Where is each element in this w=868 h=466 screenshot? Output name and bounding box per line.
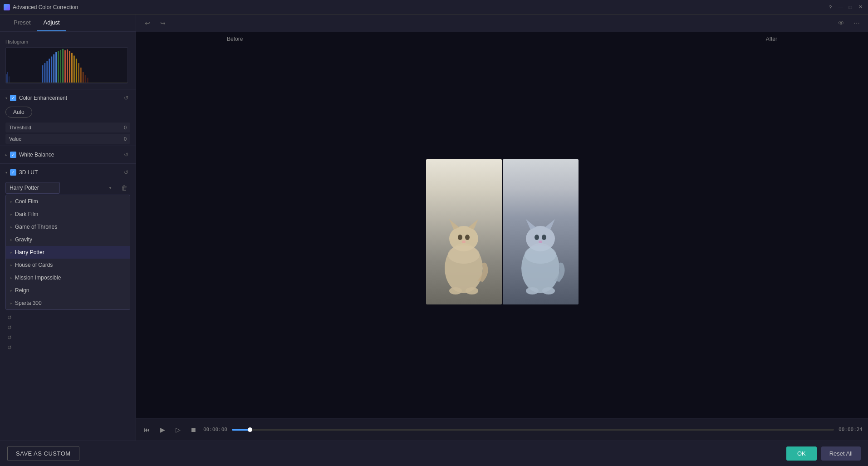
time-end: 00:00:24 [839, 427, 863, 432]
lut-delete-button[interactable]: 🗑 [118, 182, 130, 194]
after-cat-svg [513, 200, 568, 304]
ok-button[interactable]: OK [786, 446, 817, 461]
chevron-down-icon: ▾ [5, 96, 7, 100]
svg-rect-8 [53, 54, 54, 83]
app-icon [4, 4, 10, 10]
section-header-left: ▾ ✓ Color Enhancement [5, 95, 67, 101]
lut-sub-control-3: ↺ [0, 333, 136, 343]
lut-item-house-of-cards[interactable]: ▸ House of Cards [6, 259, 130, 271]
eye-button[interactable]: 👁 [835, 17, 847, 29]
lut-header[interactable]: ▾ ✓ 3D LUT ↺ [0, 166, 136, 179]
svg-rect-19 [78, 63, 79, 83]
lut-sub-control-4: ↺ [0, 343, 136, 353]
before-image [426, 159, 502, 304]
value-value: 0 [124, 136, 127, 142]
lut-item-mission-impossible[interactable]: ▸ Mission Impossible [6, 271, 130, 284]
sidebar: Preset Adjust Histogram [0, 15, 136, 441]
white-balance-label: White Balance [19, 152, 54, 158]
lut-item-cool-film[interactable]: ▸ Cool Film [6, 195, 130, 208]
threshold-label: Threshold [9, 125, 31, 130]
close-button[interactable]: ✕ [856, 3, 864, 11]
lut-dropdown-list: ▸ Cool Film ▸ Dark Film ▸ Game of Throne… [5, 195, 130, 310]
threshold-value: 0 [124, 125, 127, 130]
color-enhancement-header[interactable]: ▾ ✓ Color Enhancement ↺ [0, 91, 136, 105]
help-button[interactable]: ? [826, 3, 834, 11]
skip-back-button[interactable]: ⏮ [142, 424, 152, 435]
white-balance-reset-icon[interactable]: ↺ [122, 151, 130, 159]
title-bar-left: Advanced Color Correction [4, 4, 78, 10]
undo-button[interactable]: ↩ [142, 17, 153, 29]
lut-reset-icon[interactable]: ↺ [122, 168, 130, 177]
reset-all-button[interactable]: Reset All [821, 446, 861, 461]
lut-item-dark-film[interactable]: ▸ Dark Film [6, 208, 130, 221]
svg-rect-18 [76, 59, 77, 83]
color-enhancement-checkbox[interactable]: ✓ [10, 95, 16, 101]
auto-button[interactable]: Auto [5, 107, 32, 118]
svg-rect-12 [62, 49, 64, 83]
lut-item-sparta-300[interactable]: ▸ Sparta 300 [6, 297, 130, 309]
toolbar: ↩ ↪ 👁 ⋯ [136, 15, 868, 32]
lut-item-harry-potter[interactable]: ▸ Harry Potter [6, 246, 130, 259]
histogram-section: Histogram [0, 35, 136, 87]
lut-controls: Cool Film Dark Film Game of Thrones Grav… [0, 179, 136, 313]
svg-point-39 [535, 235, 539, 240]
lut-sub-control-2: ↺ [0, 323, 136, 333]
value-label: Value [9, 136, 21, 142]
svg-rect-3 [42, 65, 43, 83]
svg-rect-10 [58, 51, 59, 83]
color-enhancement-reset-icon[interactable]: ↺ [122, 94, 130, 102]
lut-sub-reset-3[interactable]: ↺ [5, 334, 14, 342]
play-pause-button[interactable]: ▶ [157, 424, 168, 435]
svg-rect-9 [55, 52, 57, 83]
svg-point-31 [462, 240, 466, 243]
divider-3 [0, 163, 136, 164]
svg-rect-7 [51, 57, 52, 83]
tab-adjust[interactable]: Adjust [37, 15, 66, 31]
play-button[interactable]: ▷ [172, 424, 183, 435]
timeline-handle[interactable] [248, 427, 252, 432]
timeline[interactable] [232, 429, 834, 431]
white-balance-header[interactable]: ▸ ✓ White Balance ↺ [0, 148, 136, 162]
main-layout: Preset Adjust Histogram [0, 15, 868, 441]
white-balance-checkbox[interactable]: ✓ [10, 152, 16, 158]
divider-1 [0, 89, 136, 89]
svg-point-29 [458, 235, 462, 240]
preview-labels: Before After [136, 32, 868, 46]
svg-rect-20 [80, 68, 82, 83]
svg-rect-5 [46, 61, 48, 83]
tab-preset[interactable]: Preset [7, 15, 37, 31]
stop-button[interactable]: ⏹ [188, 424, 199, 435]
value-control[interactable]: Value 0 [5, 134, 130, 144]
window-controls[interactable]: ? — □ ✕ [826, 3, 864, 11]
after-label: After [766, 36, 777, 42]
svg-point-33 [449, 287, 462, 294]
lut-checkbox[interactable]: ✓ [10, 169, 16, 176]
lut-select[interactable]: Cool Film Dark Film Game of Thrones Grav… [5, 182, 60, 194]
redo-button[interactable]: ↪ [157, 17, 169, 29]
before-cat-svg [436, 200, 491, 304]
svg-rect-21 [83, 72, 84, 83]
lut-select-wrapper[interactable]: Cool Film Dark Film Game of Thrones Grav… [5, 182, 116, 194]
divider-2 [0, 146, 136, 146]
svg-point-41 [539, 240, 542, 243]
svg-rect-2 [9, 76, 10, 83]
minimize-button[interactable]: — [836, 3, 844, 11]
lut-sub-reset-1[interactable]: ↺ [5, 314, 14, 322]
action-buttons: OK Reset All [786, 446, 861, 461]
time-start: 00:00:00 [203, 427, 227, 432]
svg-rect-17 [74, 56, 75, 83]
save-as-custom-button[interactable]: SAVE AS CUSTOM [7, 446, 79, 461]
svg-rect-0 [6, 74, 7, 83]
svg-point-42 [525, 245, 556, 264]
threshold-control[interactable]: Threshold 0 [5, 123, 130, 132]
lut-sub-reset-4[interactable]: ↺ [5, 343, 14, 352]
histogram-canvas [5, 47, 128, 83]
lut-dropdown-row: Cool Film Dark Film Game of Thrones Grav… [5, 182, 130, 194]
lut-sub-reset-2[interactable]: ↺ [5, 324, 14, 332]
lut-item-reign[interactable]: ▸ Reign [6, 284, 130, 297]
maximize-button[interactable]: □ [846, 3, 854, 11]
settings-button[interactable]: ⋯ [851, 17, 863, 29]
before-label: Before [227, 36, 243, 42]
lut-item-gravity[interactable]: ▸ Gravity [6, 233, 130, 246]
lut-item-game-of-thrones[interactable]: ▸ Game of Thrones [6, 221, 130, 233]
